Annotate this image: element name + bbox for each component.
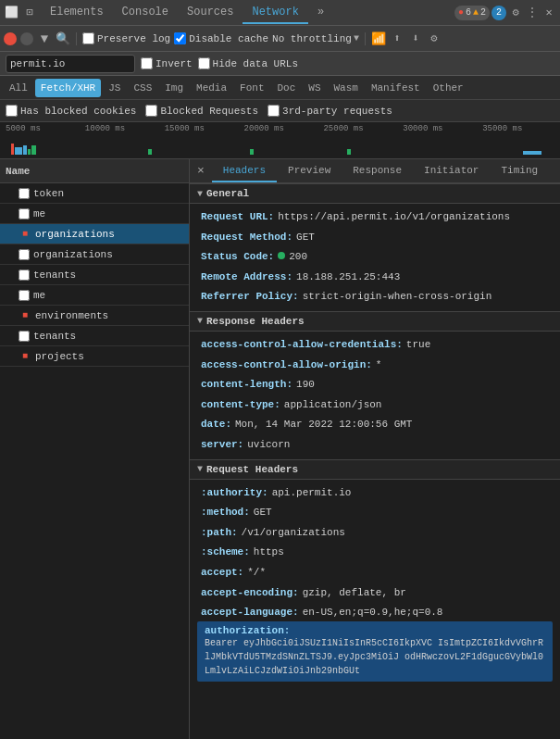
auth-content: authorization: Bearer eyJhbGci0iJSUzI1Ni… [205, 625, 545, 678]
list-item[interactable]: tenants [0, 265, 189, 285]
filter-css[interactable]: CSS [128, 79, 157, 97]
hide-data-urls-checkbox[interactable]: Hide data URLs [198, 57, 298, 69]
filter-manifest[interactable]: Manifest [366, 79, 426, 97]
preserve-log-input[interactable] [82, 32, 94, 44]
filter-all[interactable]: All [4, 79, 33, 97]
wifi-icon[interactable]: 📶 [371, 31, 386, 46]
item-checkbox[interactable] [19, 269, 30, 281]
remote-address-key: Remote Address: [201, 269, 292, 286]
referrer-policy-val: strict-origin-when-cross-origin [303, 289, 492, 306]
close-devtools-icon[interactable]: ✕ [541, 6, 556, 20]
search-network-icon[interactable]: 🔍 [56, 31, 70, 46]
list-item-selected[interactable]: ■ organizations [0, 224, 189, 244]
request-url-val[interactable]: https://api.permit.io/v1/organizations [278, 209, 510, 226]
detail-tab-response[interactable]: Response [342, 159, 413, 182]
auth-header-row[interactable]: authorization: Bearer eyJhbGci0iJSUzI1Ni… [197, 621, 553, 682]
item-checkbox[interactable] [19, 208, 30, 219]
list-item[interactable]: me [0, 285, 189, 306]
list-item[interactable]: ■ projects [0, 346, 189, 367]
resp-key-0: access-control-allow-credentials: [201, 337, 403, 354]
timeline-labels: 5000 ms 10000 ms 15000 ms 20000 ms 25000… [0, 124, 560, 133]
invert-checkbox[interactable]: Invert [141, 57, 193, 69]
preserve-log-checkbox[interactable]: Preserve log [82, 32, 170, 44]
list-item[interactable]: token [0, 183, 189, 204]
disable-cache-checkbox[interactable]: Disable cache [174, 32, 268, 44]
filter-search-box[interactable]: ✕ [6, 55, 135, 73]
filter-icon[interactable]: ▼ [37, 31, 52, 46]
req-key-6: accept-language: [201, 605, 299, 621]
search-row: ✕ Invert Hide data URLs [0, 52, 560, 76]
export-icon[interactable]: ⚙ [427, 31, 442, 46]
timeline-label-3: 20000 ms [243, 124, 322, 133]
blocked-cookies-input[interactable] [6, 105, 18, 117]
tab-elements[interactable]: Elements [41, 2, 113, 24]
tab-more[interactable]: » [308, 2, 333, 24]
general-section-header[interactable]: ▼ General [190, 183, 560, 204]
more-options-icon[interactable]: ⋮ [525, 6, 540, 20]
item-checkbox[interactable] [19, 249, 30, 260]
request-method-val: GET [296, 230, 315, 246]
close-detail-tab[interactable]: × [190, 159, 212, 182]
resp-header-4: date: Mon, 14 Mar 2022 12:00:56 GMT [201, 415, 549, 435]
item-name: environments [35, 310, 108, 321]
tab-console[interactable]: Console [113, 2, 178, 24]
list-item[interactable]: me [0, 204, 189, 224]
settings-icon[interactable]: ⚙ [508, 6, 523, 20]
third-party-checkbox[interactable]: 3rd-party requests [268, 105, 392, 117]
tab-sources[interactable]: Sources [178, 2, 243, 24]
filter-fetch-xhr[interactable]: Fetch/XHR [35, 79, 101, 97]
filter-doc[interactable]: Doc [271, 79, 301, 97]
response-headers-section-header[interactable]: ▼ Response Headers [190, 311, 560, 332]
req-key-2: :path: [201, 525, 238, 542]
filter-ws[interactable]: WS [303, 79, 326, 97]
req-key-5: accept-encoding: [201, 585, 299, 602]
tab-network[interactable]: Network [243, 2, 307, 24]
download-icon[interactable]: ⬇ [408, 31, 423, 46]
item-checkbox[interactable] [19, 331, 30, 342]
item-checkbox[interactable] [19, 290, 30, 301]
disable-cache-input[interactable] [174, 32, 186, 44]
resp-header-2: content-length: 190 [201, 375, 549, 395]
search-input[interactable] [10, 58, 140, 69]
detail-tab-preview[interactable]: Preview [277, 159, 342, 182]
filter-js[interactable]: JS [103, 79, 126, 97]
list-item[interactable]: ■ environments [0, 306, 189, 326]
blocked-cookies-checkbox[interactable]: Has blocked cookies [6, 105, 136, 117]
list-item[interactable]: organizations [0, 244, 189, 265]
filter-img[interactable]: Img [159, 79, 189, 97]
remote-address-val: 18.188.251.25:443 [296, 269, 400, 286]
resp-key-5: server: [201, 437, 243, 454]
detail-tab-headers[interactable]: Headers [212, 159, 277, 182]
request-url-key: Request URL: [201, 209, 274, 226]
blocked-requests-checkbox[interactable]: Blocked Requests [145, 105, 258, 117]
filter-other[interactable]: Other [428, 79, 469, 97]
invert-input[interactable] [141, 57, 153, 69]
blocked-requests-input[interactable] [145, 105, 157, 117]
third-party-input[interactable] [268, 105, 280, 117]
record-button[interactable] [4, 32, 17, 45]
divider2 [365, 32, 366, 45]
item-checkbox[interactable] [19, 188, 30, 199]
response-headers-title: Response Headers [206, 316, 305, 327]
hide-data-urls-input[interactable] [198, 57, 210, 69]
list-item[interactable]: tenants [0, 326, 189, 346]
item-name: token [33, 188, 64, 199]
timeline-activity-blue2 [23, 145, 27, 155]
inspect-icon[interactable]: ⊡ [22, 6, 37, 20]
timeline-label-5: 30000 ms [401, 124, 480, 133]
resp-val-5: uvicorn [247, 437, 290, 454]
stop-button[interactable] [20, 32, 33, 45]
req-val-4: */* [247, 565, 266, 582]
filter-font[interactable]: Font [234, 79, 269, 97]
filter-wasm[interactable]: Wasm [329, 79, 364, 97]
req-val-1: GET [254, 505, 272, 521]
throttling-selector[interactable]: No throttling ▼ [272, 33, 359, 44]
window-icon[interactable]: ⬜ [4, 6, 19, 20]
detail-tab-initiator[interactable]: Initiator [413, 159, 490, 182]
upload-icon[interactable]: ⬆ [390, 31, 404, 46]
detail-tab-timing[interactable]: Timing [490, 159, 549, 182]
request-headers-section-header[interactable]: ▼ Request Headers [190, 459, 560, 480]
auth-key: authorization: [205, 625, 545, 636]
req-val-2: /v1/organizations [242, 525, 345, 542]
filter-media[interactable]: Media [191, 79, 232, 97]
